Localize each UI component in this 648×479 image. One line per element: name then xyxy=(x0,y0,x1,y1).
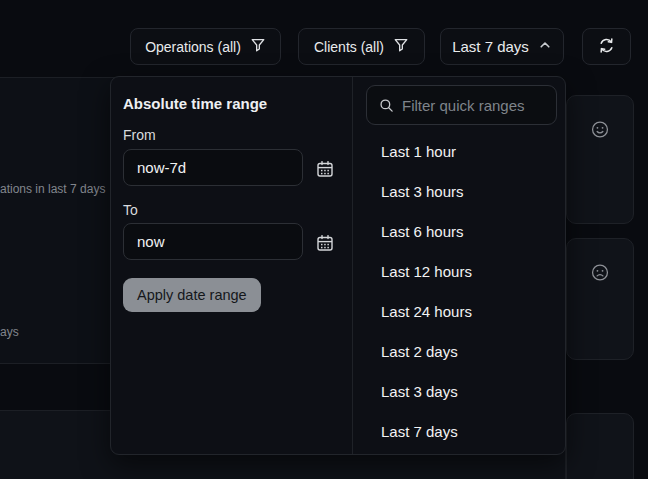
funnel-icon xyxy=(250,37,266,56)
time-range-label: Last 7 days xyxy=(452,38,529,55)
calendar-icon[interactable] xyxy=(316,160,334,182)
background-card-right-middle xyxy=(566,238,634,360)
to-label: To xyxy=(123,202,138,218)
clients-filter-button[interactable]: Clients (all) xyxy=(298,28,425,65)
operations-filter-button[interactable]: Operations (all) xyxy=(130,28,281,65)
filter-quick-ranges-input[interactable] xyxy=(394,97,556,114)
quick-ranges-section: Last 1 hour Last 3 hours Last 6 hours La… xyxy=(353,77,565,454)
clients-filter-label: Clients (all) xyxy=(314,39,384,55)
quick-range-option[interactable]: Last 12 hours xyxy=(353,251,565,291)
from-input[interactable] xyxy=(123,149,303,186)
quick-range-option[interactable]: Last 7 days xyxy=(353,411,565,451)
quick-ranges-list: Last 1 hour Last 3 hours Last 6 hours La… xyxy=(353,131,565,451)
chevron-up-icon xyxy=(538,38,552,55)
funnel-icon xyxy=(393,37,409,56)
quick-range-option[interactable]: Last 24 hours xyxy=(353,291,565,331)
operations-filter-label: Operations (all) xyxy=(145,39,241,55)
refresh-icon xyxy=(597,36,616,58)
quick-range-option[interactable]: Last 3 days xyxy=(353,371,565,411)
background-text-fragment-bottom: ays xyxy=(0,325,19,339)
quick-ranges-search-box[interactable] xyxy=(366,85,557,125)
quick-range-option[interactable]: Last 3 hours xyxy=(353,171,565,211)
background-card-right-top xyxy=(566,95,634,224)
quick-range-option[interactable]: Last 6 hours xyxy=(353,211,565,251)
smiley-face-icon xyxy=(592,121,609,142)
background-text-fragment-top: ations in last 7 days xyxy=(0,182,105,196)
background-card-right-bottom xyxy=(566,413,634,479)
calendar-icon[interactable] xyxy=(316,234,334,256)
to-input[interactable] xyxy=(123,223,303,260)
from-label: From xyxy=(123,127,156,143)
refresh-button[interactable] xyxy=(582,28,631,65)
time-range-button[interactable]: Last 7 days xyxy=(440,28,564,65)
absolute-time-range-section: Absolute time range From To xyxy=(111,77,353,454)
quick-range-option[interactable]: Last 2 days xyxy=(353,331,565,371)
time-picker-panel: Absolute time range From To xyxy=(110,76,566,455)
absolute-time-range-title: Absolute time range xyxy=(123,95,267,112)
frowny-face-icon xyxy=(592,264,609,285)
dashboard-time-picker-screen: ations in last 7 days ays Operations (al… xyxy=(0,0,648,479)
search-icon xyxy=(379,98,394,113)
apply-date-range-button[interactable]: Apply date range xyxy=(123,278,261,312)
quick-range-option[interactable]: Last 1 hour xyxy=(353,131,565,171)
